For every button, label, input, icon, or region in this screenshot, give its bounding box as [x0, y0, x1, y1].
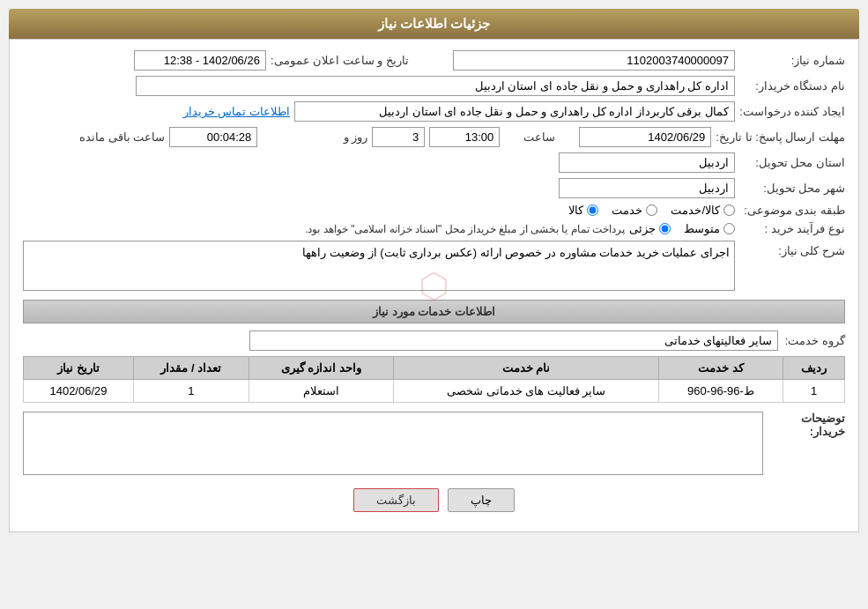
ijad-konande-row: ایجاد کننده درخواست: اطلاعات تماس خریدار: [23, 101, 845, 122]
shomare-niaz-label: شماره نیاز:: [739, 54, 845, 67]
ostan-label: استان محل تحویل:: [739, 156, 845, 169]
tosih-kharidar-label: توضیحات خریدار:: [770, 412, 845, 438]
cell-nam: سایر فعالیت های خدماتی شخصی: [394, 380, 659, 403]
ostan-row: استان محل تحویل:: [23, 152, 845, 173]
cell-kod: ط-96-96-960: [658, 380, 783, 403]
noe-motawaset[interactable]: متوسط: [684, 222, 735, 235]
services-table-section: ردیف کد خدمت نام خدمت واحد اندازه گیری ت…: [23, 356, 845, 403]
tabaqe-option-kala[interactable]: کالا: [568, 204, 598, 217]
shomare-niaz-input[interactable]: [453, 50, 735, 71]
etela-tamas-link[interactable]: اطلاعات تماس خریدار: [183, 105, 290, 118]
tabaqe-option-khadamat[interactable]: خدمت: [612, 204, 657, 217]
cell-vahed: استعلام: [249, 380, 394, 403]
col-kod-khadamat: کد خدمت: [658, 357, 783, 380]
ostan-input[interactable]: [559, 152, 735, 173]
tarikh-label: تاریخ و ساعت اعلان عمومی:: [271, 54, 409, 67]
tosih-kharidar-section: توضیحات خریدار:: [23, 412, 845, 475]
tabaqe-kala-khadamat-label: کالا/خدمت: [671, 204, 720, 217]
tabaqe-option-kala-khadamat[interactable]: کالا/خدمت: [671, 204, 735, 217]
shahr-row: شهر محل تحویل:: [23, 178, 845, 198]
cell-tarikh: 1402/06/29: [24, 380, 134, 403]
ijad-konande-input[interactable]: [294, 101, 735, 122]
shomare-niaz-row: شماره نیاز: تاریخ و ساعت اعلان عمومی:: [23, 50, 845, 71]
grohe-khadamat-row: گروه خدمت:: [23, 330, 845, 351]
sharh-koli-textarea[interactable]: اجرای عملیات خرید خدمات مشاوره در خصوص ا…: [23, 241, 735, 291]
nam-dastgah-row: نام دستگاه خریدار:: [23, 76, 845, 96]
noe-jozi[interactable]: جزئی: [629, 222, 671, 235]
tarikh-input[interactable]: [134, 50, 266, 71]
cell-tedad: 1: [133, 380, 249, 403]
col-nam-khadamat: نام خدمت: [394, 357, 659, 380]
sharh-koli-row: شرح کلی نیاز: اجرای عملیات خرید خدمات مش…: [23, 241, 845, 291]
ijad-konande-label: ایجاد کننده درخواست:: [739, 105, 845, 118]
noe-motawaset-label: متوسط: [684, 222, 720, 235]
table-row: 1 ط-96-96-960 سایر فعالیت های خدماتی شخص…: [24, 380, 845, 403]
mohlat-time-input[interactable]: [429, 127, 500, 147]
print-button[interactable]: چاپ: [448, 488, 515, 512]
noe-farayand-note: پرداخت تمام یا بخشی از مبلغ خریداز محل "…: [305, 223, 625, 235]
noe-farayand-radio-group: متوسط جزئی: [629, 222, 735, 235]
noe-jozi-label: جزئی: [629, 222, 656, 235]
tabaqe-radio-group: کالا/خدمت خدمت کالا: [568, 204, 735, 217]
grohe-khadamat-label: گروه خدمت:: [785, 334, 845, 347]
col-tarikh: تاریخ نیاز: [24, 357, 134, 380]
mohlat-remaining-input[interactable]: [169, 127, 257, 147]
grohe-khadamat-input[interactable]: [249, 330, 778, 351]
col-radif: ردیف: [783, 357, 844, 380]
mohlat-days-input[interactable]: [372, 127, 425, 147]
col-vahed: واحد اندازه گیری: [249, 357, 394, 380]
mohlat-date-input[interactable]: [579, 127, 711, 147]
mohlat-time-label: ساعت: [504, 130, 575, 144]
mohlat-days-label: روز و: [262, 130, 367, 144]
buttons-row: چاپ بازگشت: [23, 488, 845, 512]
services-table: ردیف کد خدمت نام خدمت واحد اندازه گیری ت…: [23, 356, 845, 403]
nam-dastgah-input[interactable]: [136, 76, 735, 96]
tabaqe-label: طبقه بندی موضوعی:: [739, 204, 845, 217]
sharh-koli-label: شرح کلی نیاز:: [739, 241, 845, 257]
mohlat-row: مهلت ارسال پاسخ: تا تاریخ: ساعت روز و سا…: [23, 127, 845, 147]
page-header: جزئیات اطلاعات نیاز: [9, 9, 859, 39]
col-tedad: تعداد / مقدار: [133, 357, 249, 380]
khadamat-section-title: اطلاعات خدمات مورد نیاز: [23, 300, 845, 323]
noe-farayand-label: نوع فرآیند خرید :: [739, 222, 845, 235]
page-title: جزئیات اطلاعات نیاز: [378, 16, 490, 31]
cell-radif: 1: [783, 380, 844, 403]
tosih-kharidar-textarea[interactable]: [23, 412, 763, 475]
mohlat-remaining-label: ساعت باقی مانده: [59, 130, 165, 144]
tabaqe-khadamat-label: خدمت: [612, 204, 642, 217]
tabaqe-row: طبقه بندی موضوعی: کالا/خدمت خدمت کالا: [23, 204, 845, 217]
shahr-label: شهر محل تحویل:: [739, 182, 845, 195]
noe-farayand-row: نوع فرآیند خرید : متوسط جزئی پرداخت تمام…: [23, 222, 845, 235]
tabaqe-kala-label: کالا: [568, 204, 583, 217]
mohlat-label: مهلت ارسال پاسخ: تا تاریخ:: [716, 130, 845, 144]
nam-dastgah-label: نام دستگاه خریدار:: [739, 79, 845, 93]
shahr-input[interactable]: [559, 178, 735, 198]
back-button[interactable]: بازگشت: [353, 488, 439, 512]
